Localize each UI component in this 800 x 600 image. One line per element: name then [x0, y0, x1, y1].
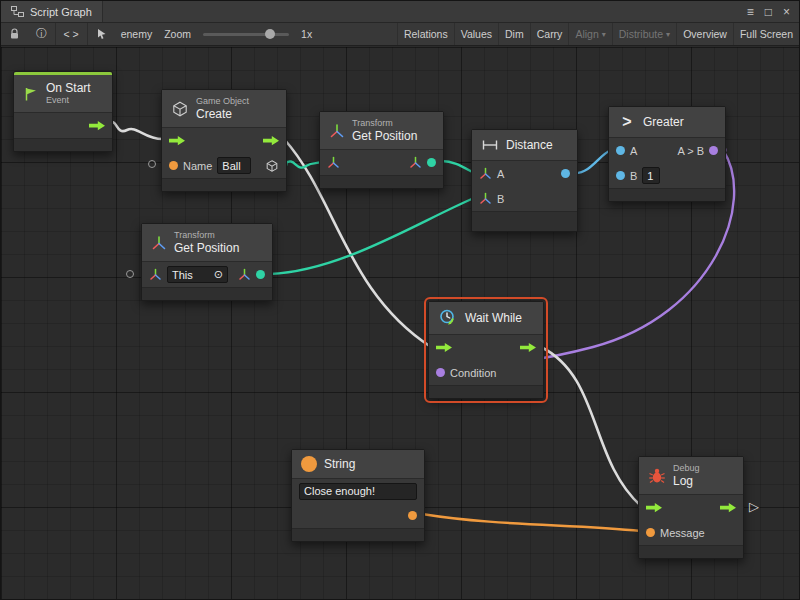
bool-input-port[interactable] — [436, 368, 445, 377]
flow-output-port[interactable] — [89, 120, 105, 131]
bool-output-port[interactable] — [709, 146, 718, 155]
node-distance[interactable]: Distance A B — [471, 129, 578, 232]
values-button[interactable]: Values — [454, 23, 498, 45]
transform-input-port[interactable] — [327, 156, 340, 169]
node-string[interactable]: String — [291, 449, 425, 542]
node-title: Greater — [643, 115, 684, 129]
name-input[interactable] — [217, 157, 251, 174]
carry-button[interactable]: Carry — [530, 23, 569, 45]
node-header: Wait While — [429, 302, 543, 335]
graph-name[interactable]: enemy — [115, 28, 159, 40]
node-log[interactable]: Debug Log Message — [638, 456, 744, 559]
target-value: This — [172, 269, 193, 281]
fullscreen-button[interactable]: Full Screen — [733, 23, 799, 45]
gameobject-output-port[interactable] — [265, 159, 279, 173]
node-category: Game Object — [196, 96, 249, 107]
transform-icon — [151, 235, 167, 251]
node-footer — [162, 178, 286, 191]
node-footer — [320, 175, 443, 188]
string-input-port[interactable] — [646, 528, 655, 537]
node-category: Debug — [673, 463, 700, 474]
transform-input-port[interactable] — [149, 268, 162, 281]
node-create[interactable]: Game Object Create Name — [161, 89, 287, 192]
node-title: Create — [196, 107, 249, 121]
distribute-label: Distribute — [619, 28, 663, 40]
string-value-input[interactable] — [299, 483, 417, 500]
wire-getposition-distance-b — [270, 198, 474, 274]
unconnected-port-indicator[interactable] — [126, 270, 134, 278]
wire-string-log — [422, 514, 641, 531]
title-bar: Script Graph ≡ □ × — [1, 1, 799, 23]
wire-distance-greater — [575, 150, 611, 173]
node-wait-while[interactable]: Wait While Condition — [428, 301, 544, 399]
unconnected-port-indicator[interactable] — [148, 160, 156, 168]
caret-down-icon: ▾ — [602, 30, 606, 39]
align-button[interactable]: Align ▾ — [568, 23, 611, 45]
flow-input-port[interactable] — [646, 502, 662, 513]
input-b-row: B — [609, 163, 725, 188]
node-footer — [14, 138, 112, 151]
distribute-button[interactable]: Distribute ▾ — [612, 23, 676, 45]
object-picker-icon[interactable]: ⊙ — [214, 268, 223, 281]
zoom-slider[interactable] — [203, 33, 289, 36]
vector-input-port-a[interactable] — [479, 167, 492, 180]
flow-ports-row — [14, 113, 112, 138]
node-footer — [639, 545, 743, 558]
graph-canvas[interactable]: On Start Event Gam — [1, 47, 800, 600]
name-label: Name — [183, 160, 212, 172]
node-header: String — [292, 450, 424, 479]
node-footer — [472, 211, 577, 231]
node-get-position-left[interactable]: Transform Get Position This ⊙ — [141, 223, 273, 301]
flow-output-port[interactable] — [720, 502, 736, 513]
overview-button[interactable]: Overview — [676, 23, 733, 45]
node-header: Debug Log — [639, 457, 743, 495]
node-category: Transform — [174, 230, 239, 241]
node-on-start[interactable]: On Start Event — [13, 71, 113, 152]
window-close-icon[interactable]: × — [783, 5, 790, 19]
caret-down-icon: ▾ — [666, 30, 670, 39]
string-value-row — [292, 479, 424, 503]
node-header: > Greater — [609, 107, 725, 138]
vector-ports-row: This ⊙ — [142, 262, 272, 287]
dim-button[interactable]: Dim — [498, 23, 530, 45]
code-icon[interactable]: < > — [56, 23, 87, 45]
string-output-port[interactable] — [408, 511, 417, 520]
node-footer — [292, 528, 424, 541]
float-output-port[interactable] — [561, 169, 570, 178]
flow-input-port[interactable] — [169, 135, 185, 146]
input-a-row: A — [472, 161, 577, 186]
input-b-label: B — [497, 193, 504, 205]
info-icon[interactable]: ⓘ — [28, 23, 55, 45]
flag-icon — [23, 86, 39, 102]
target-object-field[interactable]: This ⊙ — [167, 266, 228, 283]
vector-input-port-b[interactable] — [479, 192, 492, 205]
flow-ports-row — [429, 335, 543, 360]
lock-icon[interactable] — [1, 23, 28, 45]
flow-output-port[interactable] — [263, 135, 279, 146]
flow-input-port[interactable] — [436, 342, 452, 353]
node-category: Transform — [352, 118, 417, 129]
input-b-row: B — [472, 186, 577, 211]
flow-ports-row — [162, 128, 286, 153]
vector-output-port[interactable] — [427, 158, 436, 167]
node-greater[interactable]: > Greater A A > B B — [608, 106, 726, 202]
node-header: Transform Get Position — [142, 224, 272, 262]
window-tab[interactable]: Script Graph — [1, 1, 103, 22]
window-title: Script Graph — [30, 6, 92, 18]
flow-output-port[interactable] — [520, 342, 536, 353]
b-value-input[interactable] — [642, 167, 660, 184]
align-label: Align — [575, 28, 598, 40]
node-get-position-top[interactable]: Transform Get Position — [319, 111, 444, 189]
float-input-port-b[interactable] — [616, 171, 625, 180]
string-input-port[interactable] — [169, 161, 178, 170]
vector-ports-row — [320, 150, 443, 175]
float-input-port-a[interactable] — [616, 146, 625, 155]
vector-output-port[interactable] — [256, 270, 265, 279]
wire-waitwhile-log — [541, 347, 641, 506]
input-a-row: A A > B — [609, 138, 725, 163]
window-menu-icon[interactable]: ≡ — [747, 5, 754, 19]
zoom-slider-handle[interactable] — [265, 29, 275, 39]
zoom-value: 1x — [295, 28, 318, 40]
window-maximize-icon[interactable]: □ — [765, 5, 772, 19]
relations-button[interactable]: Relations — [397, 23, 454, 45]
